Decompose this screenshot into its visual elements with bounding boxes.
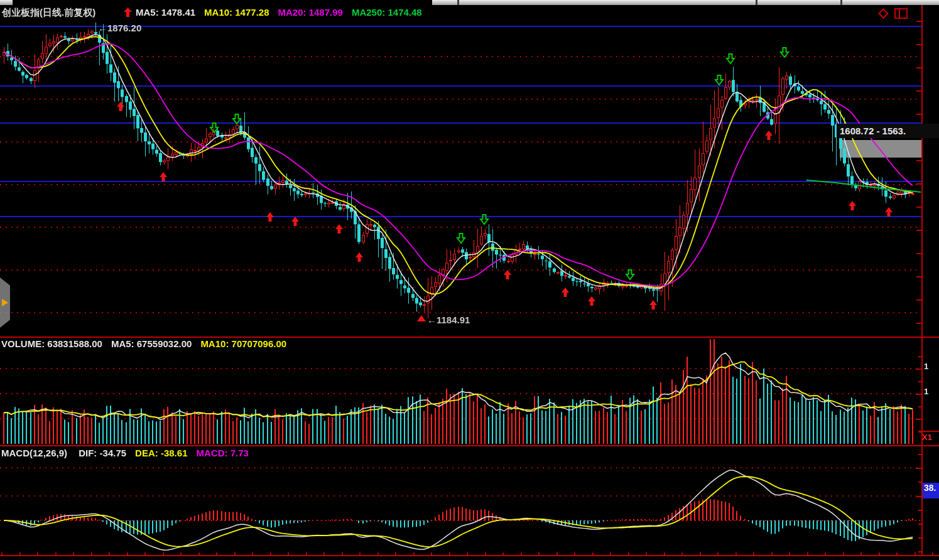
indicator: MA5: 67559032.00 (111, 338, 192, 349)
gap-tooltip-text: 1608.72 - 1563. (837, 126, 906, 136)
indicator-label: MA5: (111, 338, 134, 349)
volume-axis-label: 1 (924, 362, 928, 371)
gap-tooltip: 1608.72 - 1563. (837, 124, 939, 138)
indicator: MACD(12,26,9) (1, 448, 70, 458)
ma-indicator-row: MA5: 1478.41MA10: 1477.28MA20: 1487.99MA… (136, 7, 431, 18)
chart-canvas[interactable] (0, 0, 939, 560)
up-arrow-icon (124, 8, 132, 18)
indicator: MA10: 70707096.00 (200, 338, 286, 349)
indicator-label: MA10: (204, 7, 232, 18)
stock-chart-window: 创业板指(日线.前复权) MA5: 1478.41MA10: 1477.28MA… (0, 0, 939, 560)
indicator-value: -38.61 (161, 448, 188, 458)
dea-value-badge: 38. (923, 483, 939, 498)
indicator: VOLUME: 63831588.00 (1, 338, 102, 349)
left-flyout-handle[interactable] (0, 277, 10, 328)
indicator: MACD: 7.73 (196, 448, 248, 458)
indicator-label: DIF: (79, 448, 97, 458)
low-price-label: ←1184.91 (427, 315, 470, 325)
indicator-label: MACD(12,26,9) (1, 448, 67, 458)
strip-notch (840, 0, 842, 5)
indicator: DIF: -34.75 (79, 448, 126, 458)
volume-unit-label: X1 (922, 433, 932, 442)
split-window-icon[interactable] (894, 8, 908, 19)
indicator: MA20: 1487.99 (278, 7, 343, 18)
indicator-label: MA20: (278, 7, 307, 18)
indicator-value: 1487.99 (309, 7, 343, 18)
strip-notch (457, 0, 459, 5)
indicator-label: MA5: (136, 7, 159, 18)
window-top-strip (432, 0, 939, 5)
indicator-value: 1474.48 (388, 7, 421, 18)
indicator-label: VOLUME: (1, 338, 45, 349)
high-price-label: ←1876.20 (98, 23, 141, 33)
indicator-value: 63831588.00 (47, 338, 102, 349)
window-top-strip (0, 0, 13, 5)
indicator-value: 7.73 (231, 448, 249, 458)
expand-triangle-icon (2, 299, 8, 306)
indicator-value: -34.75 (100, 448, 127, 458)
indicator: MA5: 1478.41 (136, 7, 195, 18)
indicator: DEA: -38.61 (135, 448, 187, 458)
indicator-label: MACD: (196, 448, 227, 458)
strip-notch (756, 0, 757, 5)
indicator-value: 67559032.00 (137, 338, 192, 349)
indicator-label: DEA: (135, 448, 158, 458)
volume-indicator-row: VOLUME: 63831588.00MA5: 67559032.00MA10:… (1, 338, 295, 350)
indicator-label: MA250: (352, 7, 385, 18)
indicator-label: MA10: (200, 338, 229, 349)
volume-axis-label: 1 (924, 387, 928, 396)
indicator: MA10: 1477.28 (204, 7, 269, 18)
indicator-value: 1477.28 (235, 7, 269, 18)
diamond-tool-icon[interactable] (878, 8, 889, 19)
chart-title: 创业板指(日线.前复权) (2, 7, 95, 19)
macd-indicator-row: MACD(12,26,9) DIF: -34.75DEA: -38.61MACD… (1, 448, 258, 459)
indicator-value: 1478.41 (161, 7, 195, 18)
indicator-value: 70707096.00 (232, 338, 287, 349)
indicator: MA250: 1474.48 (352, 7, 422, 18)
